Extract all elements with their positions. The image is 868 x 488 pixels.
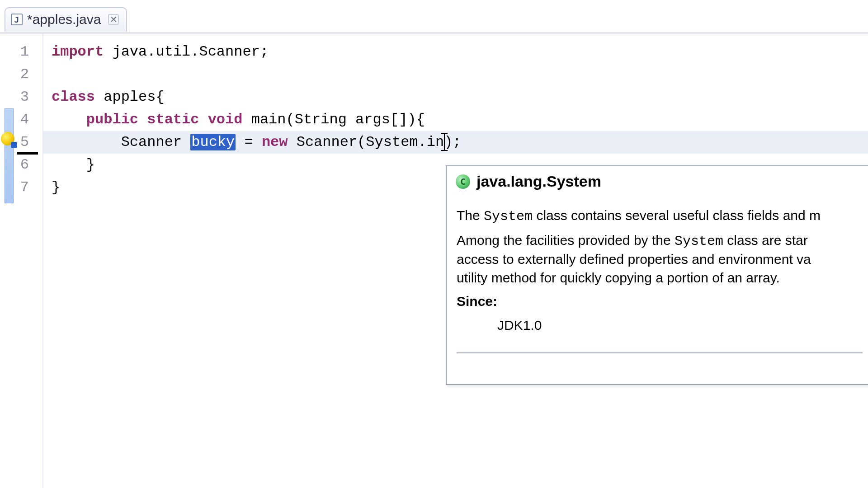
code-text: Scanner — [52, 134, 190, 150]
line-number[interactable]: 5 — [0, 131, 42, 154]
code-line[interactable]: class apples{ — [43, 86, 868, 108]
keyword-void: void — [208, 111, 243, 128]
keyword-new: new — [262, 134, 288, 150]
code-line[interactable]: import java.util.Scanner; — [43, 41, 868, 63]
text-caret-icon — [441, 133, 448, 151]
tooltip-text: Among the facilities provided by the — [457, 233, 675, 248]
line-number[interactable]: 2 — [0, 63, 42, 86]
keyword-class: class — [52, 89, 95, 105]
code-text: java.util.Scanner; — [104, 43, 269, 60]
tooltip-divider — [457, 352, 863, 353]
tooltip-since-label: Since: — [457, 292, 863, 311]
line-number[interactable]: 4 — [0, 108, 42, 131]
tooltip-paragraph: Among the facilities provided by the Sys… — [457, 231, 863, 287]
keyword-import: import — [52, 43, 104, 60]
tooltip-text: class are star — [723, 233, 808, 248]
class-icon: C — [456, 174, 470, 189]
tooltip-code: System — [484, 209, 533, 224]
tooltip-footer — [447, 359, 868, 384]
editor-gutter[interactable]: 1 2 3 4 5 6 7 — [0, 33, 43, 488]
tooltip-body: The System class contains several useful… — [447, 195, 868, 359]
tooltip-text: utility method for quickly copying a por… — [457, 270, 780, 285]
keyword-static: static — [147, 111, 199, 128]
tooltip-text: The — [457, 208, 484, 223]
tooltip-text: access to externally defined properties … — [457, 252, 811, 267]
close-icon[interactable]: ✕ — [108, 14, 119, 25]
code-text: Scanner(System.in); — [288, 134, 461, 150]
tooltip-since-value: JDK1.0 — [457, 316, 863, 335]
editor-tab-bar: J *apples.java ✕ — [5, 7, 127, 32]
current-line-marker — [17, 152, 38, 155]
selected-identifier[interactable]: bucky — [190, 134, 236, 150]
tooltip-header: C java.lang.System — [447, 166, 868, 195]
keyword-public: public — [86, 111, 138, 128]
code-text: } — [52, 179, 60, 196]
line-number[interactable]: 7 — [0, 176, 42, 199]
code-text: main(String args[]){ — [242, 111, 425, 128]
code-line-current[interactable]: Scanner bucky = new Scanner(System.in); — [43, 131, 868, 154]
editor-tab-apples[interactable]: J *apples.java ✕ — [5, 7, 127, 32]
line-number[interactable]: 3 — [0, 86, 42, 108]
line-number[interactable]: 6 — [0, 154, 42, 176]
line-number[interactable]: 1 — [0, 41, 42, 63]
code-text: apples{ — [95, 89, 165, 105]
java-file-icon: J — [11, 14, 23, 25]
editor-tab-label: *apples.java — [27, 12, 101, 27]
code-text: = — [236, 134, 262, 150]
javadoc-tooltip[interactable]: C java.lang.System The System class cont… — [446, 165, 868, 385]
code-line[interactable] — [43, 63, 868, 86]
tooltip-paragraph: The System class contains several useful… — [457, 206, 863, 226]
code-line[interactable]: public static void main(String args[]){ — [43, 108, 868, 131]
tooltip-title: java.lang.System — [476, 173, 601, 190]
tooltip-code: System — [675, 234, 723, 249]
code-text: } — [52, 156, 95, 173]
tooltip-text: class contains several useful class fiel… — [533, 208, 821, 223]
